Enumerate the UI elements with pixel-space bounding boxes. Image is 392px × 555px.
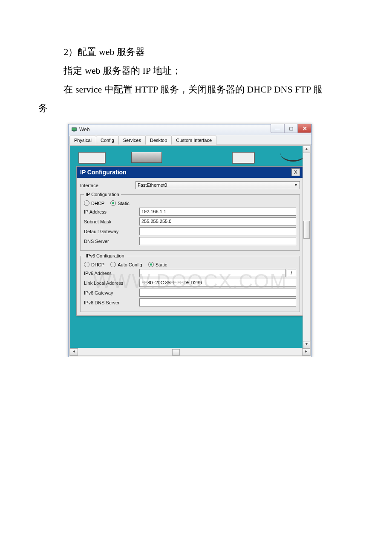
tab-custom-interface[interactable]: Custom Interface [171,136,216,145]
ip-config-title: IP Configuration [80,169,127,176]
link-local-field[interactable]: FE80::20C:85FF:FED5:D239 [139,279,296,287]
desktop-icon-row [78,152,306,164]
doc-line1: 2）配置 web 服务器 [38,43,354,61]
tab-services[interactable]: Services [118,136,146,145]
ipv6-legend: IPv6 Configuration [84,253,126,258]
ip-config-header[interactable]: IP Configuration X [77,167,303,178]
ip-config-panel: IP Configuration X Interface FastEtherne… [76,166,304,316]
ipv6-address-field[interactable] [139,269,285,277]
scroll-thumb[interactable] [303,221,310,239]
ipv6-dns-label: IPv6 DNS Server [84,300,139,305]
svg-rect-1 [73,131,75,132]
ipv4-group: IP Configuration DHCP Static IP Address1… [80,192,300,251]
chevron-down-icon: ▼ [294,182,298,189]
dns-server-field[interactable] [139,237,296,245]
desktop-icon[interactable] [78,152,106,164]
svg-rect-0 [72,128,77,131]
ipv6-gateway-field[interactable] [139,289,296,297]
scroll-up-icon[interactable]: ▲ [303,146,310,153]
subnet-mask-field[interactable]: 255.255.255.0 [139,217,296,225]
ip-address-label: IP Address [84,209,139,214]
titlebar[interactable]: Web — ▢ ✕ [69,124,311,135]
minimize-button[interactable]: — [271,124,284,133]
tab-desktop[interactable]: Desktop [145,136,172,145]
app-icon [71,127,77,133]
doc-line2: 指定 web 服务器的 IP 地址； [38,61,354,80]
tab-bar: Physical Config Services Desktop Custom … [69,135,311,145]
ipv6-dns-field[interactable] [139,298,296,306]
ipv6-prefix-field[interactable]: / [287,269,296,277]
ipv6-group: IPv6 Configuration DHCP Auto Config Stat… [80,253,300,312]
scroll-thumb[interactable] [172,349,180,356]
tab-config[interactable]: Config [96,136,119,145]
interface-value: FastEthernet0 [138,182,167,189]
subnet-mask-label: Subnet Mask [84,219,139,224]
interface-label: Interface [80,183,135,188]
interface-select[interactable]: FastEthernet0 ▼ [135,181,300,189]
default-gateway-label: Default Gateway [84,229,139,234]
dns-server-label: DNS Server [84,239,139,244]
default-gateway-field[interactable] [139,227,296,235]
horizontal-scrollbar[interactable]: ◄ ► [70,348,310,356]
window-title: Web [79,127,89,133]
scroll-left-icon[interactable]: ◄ [70,348,78,356]
ipv6-address-label: IPv6 Address [84,271,139,276]
ip-address-field[interactable]: 192.168.1.1 [139,208,296,216]
app-window: Web — ▢ ✕ Physical Config Services Deskt… [68,124,312,357]
ipv6-static-radio[interactable]: Static [148,262,167,267]
ipv6-gateway-label: IPv6 Gateway [84,290,139,295]
maximize-button[interactable]: ▢ [284,124,298,133]
content-area: IP Configuration X Interface FastEtherne… [69,145,311,356]
dhcp-radio[interactable]: DHCP [84,200,104,206]
scroll-right-icon[interactable]: ► [302,348,310,356]
ip-config-close-button[interactable]: X [291,168,300,176]
link-local-label: Link Local Address [84,280,139,286]
tab-physical[interactable]: Physical [69,136,96,145]
static-radio[interactable]: Static [110,200,130,206]
doc-line4: 务 [38,99,354,118]
scroll-down-icon[interactable]: ▼ [303,341,310,348]
desktop-icon[interactable] [131,152,162,163]
desktop-icon[interactable] [232,152,255,164]
desktop-icon[interactable] [280,152,306,162]
ipv4-legend: IP Configuration [84,192,121,197]
ipv6-dhcp-radio[interactable]: DHCP [84,262,104,267]
ipv6-auto-radio[interactable]: Auto Config [110,262,142,267]
doc-line3: 在 service 中配置 HTTP 服务，关闭服务器的 DHCP DNS FT… [38,80,354,99]
close-button[interactable]: ✕ [298,124,311,133]
vertical-scrollbar[interactable]: ▲ ▼ [303,146,310,348]
